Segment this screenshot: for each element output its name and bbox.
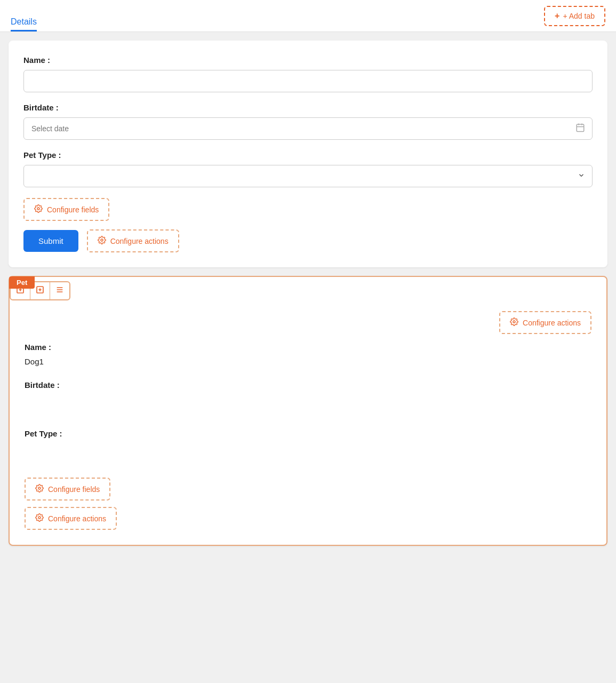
- date-input-wrapper: [23, 117, 593, 140]
- record-birthdate-value: [25, 395, 591, 416]
- svg-point-16: [38, 487, 41, 489]
- record-configure-actions-bottom-button[interactable]: Configure actions: [25, 507, 117, 530]
- record-name-value: Dog1: [25, 357, 591, 368]
- record-birthdate-field-group: Birtdate :: [25, 380, 591, 416]
- record-pet-type-field-group: Pet Type :: [25, 429, 591, 465]
- record-name-label: Name :: [25, 343, 591, 352]
- pet-type-select[interactable]: [23, 165, 593, 187]
- name-field-group: Name :: [23, 55, 593, 92]
- record-birthdate-label: Birtdate :: [25, 380, 591, 390]
- svg-point-15: [513, 321, 515, 323]
- add-tab-button[interactable]: + + Add tab: [544, 6, 605, 26]
- list-view-icon-button[interactable]: [50, 282, 69, 299]
- add-tab-label: + Add tab: [563, 12, 595, 20]
- pet-record-card: Pet: [9, 276, 607, 546]
- record-card-header: Pet: [10, 277, 606, 300]
- pet-type-field-group: Pet Type :: [23, 150, 593, 187]
- form-card: Name : Birtdate : Pet Type :: [9, 41, 607, 267]
- record-configure-actions-label: Configure actions: [523, 319, 581, 327]
- record-configure-actions-button[interactable]: Configure actions: [499, 311, 591, 334]
- record-badge: Pet: [9, 276, 35, 289]
- record-configure-actions-wrapper: Configure actions: [25, 311, 591, 334]
- svg-point-5: [101, 239, 103, 241]
- record-pet-type-label: Pet Type :: [25, 429, 591, 438]
- record-fields-gear-icon: [35, 484, 44, 494]
- name-label: Name :: [23, 55, 593, 65]
- record-bottom-gear-icon: [35, 513, 44, 523]
- record-body: Configure actions Name : Dog1 Birtdate :…: [10, 300, 606, 545]
- record-configure-actions-bottom-wrapper: Configure actions: [25, 507, 591, 530]
- svg-point-4: [37, 208, 39, 210]
- select-wrapper: [23, 165, 593, 187]
- record-configure-fields-wrapper: Configure fields: [25, 478, 591, 501]
- birthdate-label: Birtdate :: [23, 103, 593, 112]
- form-configure-actions-button[interactable]: Configure actions: [87, 229, 179, 252]
- record-configure-actions-bottom-label: Configure actions: [48, 514, 106, 523]
- record-configure-fields-button[interactable]: Configure fields: [25, 478, 110, 501]
- record-actions-gear-icon: [510, 317, 518, 328]
- tab-bar: Details + + Add tab: [0, 0, 616, 32]
- pet-type-label: Pet Type :: [23, 150, 593, 160]
- form-actions-gear-icon: [98, 236, 106, 246]
- form-actions-row: Submit Configure actions: [23, 229, 593, 252]
- submit-button[interactable]: Submit: [23, 230, 78, 252]
- record-configure-fields-label: Configure fields: [48, 485, 100, 494]
- record-name-field-group: Name : Dog1: [25, 343, 591, 368]
- configure-actions-label: Configure actions: [110, 237, 169, 245]
- calendar-icon: [575, 123, 585, 134]
- configure-fields-wrapper: Configure fields: [23, 198, 593, 221]
- page-wrapper: Details + + Add tab Name : Birtdate :: [0, 0, 616, 546]
- configure-fields-label: Configure fields: [47, 205, 99, 214]
- gear-icon: [34, 204, 43, 215]
- birthdate-field-group: Birtdate :: [23, 103, 593, 140]
- record-pet-type-value: [25, 443, 591, 465]
- birthdate-input[interactable]: [23, 117, 593, 140]
- svg-rect-0: [577, 124, 584, 132]
- plus-icon: +: [555, 11, 559, 21]
- name-input[interactable]: [23, 70, 593, 92]
- svg-point-17: [38, 517, 41, 519]
- configure-fields-button[interactable]: Configure fields: [23, 198, 109, 221]
- tab-details[interactable]: Details: [11, 17, 37, 31]
